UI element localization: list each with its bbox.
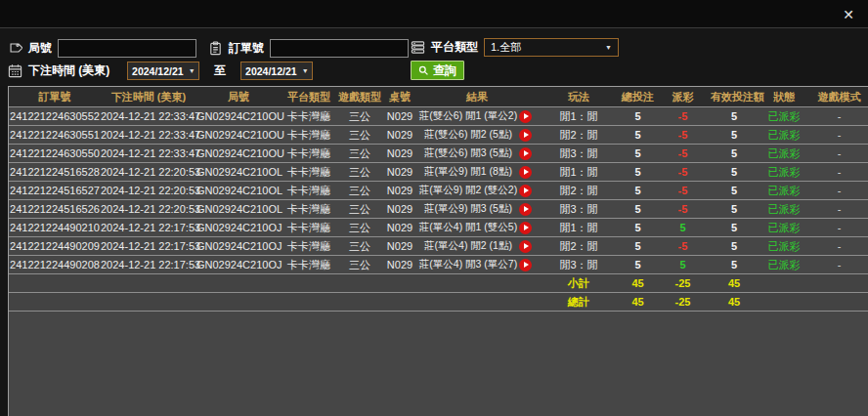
cell-status: 已派彩 bbox=[758, 258, 810, 272]
col-bet-time: 下注時間 (美東) bbox=[101, 90, 196, 104]
cell-payout: -5 bbox=[655, 110, 711, 122]
query-button-label: 查詢 bbox=[433, 62, 456, 79]
cell-payout: -5 bbox=[655, 240, 711, 252]
cell-status: 已派彩 bbox=[758, 221, 810, 235]
round-number-input[interactable] bbox=[58, 39, 196, 58]
col-platform: 平台類型 bbox=[281, 90, 337, 104]
cell-order-id: 241221224516528 bbox=[9, 166, 101, 178]
subtotal-total-bet: 45 bbox=[621, 277, 655, 289]
replay-button[interactable] bbox=[519, 129, 532, 142]
cell-result: 莊(雙公6) 閒1 (單公2) bbox=[417, 107, 537, 125]
cell-platform: 卡卡灣廳 bbox=[281, 165, 337, 180]
order-number-label: 訂單號 bbox=[229, 40, 264, 57]
replay-button[interactable] bbox=[519, 166, 532, 179]
cell-result: 莊(單公9) 閒1 (8點) bbox=[417, 163, 537, 181]
cell-status: 已派彩 bbox=[758, 128, 810, 143]
platform-selected-value: 1.全部 bbox=[491, 40, 521, 55]
close-icon[interactable]: ✕ bbox=[839, 5, 858, 24]
cell-game-mode: - bbox=[810, 166, 868, 178]
round-number-label: 局號 bbox=[28, 40, 52, 57]
cell-status: 已派彩 bbox=[758, 239, 810, 254]
table-row[interactable]: 241221224516528 2024-12-21 22:20:53 GN02… bbox=[9, 163, 868, 182]
cell-game-mode: - bbox=[810, 147, 868, 159]
date-from-select[interactable]: 2024/12/21 ▼ bbox=[127, 62, 199, 80]
col-round-id: 局號 bbox=[196, 90, 281, 104]
cell-order-id: 241221224490209 bbox=[9, 240, 101, 252]
total-valid-bet: 45 bbox=[711, 296, 758, 308]
cell-total-bet: 5 bbox=[621, 240, 655, 252]
col-total-bet: 總投注 bbox=[621, 90, 655, 104]
replay-button[interactable] bbox=[519, 222, 532, 234]
table-row[interactable]: 241221224630551 2024-12-21 22:33:47 GN02… bbox=[9, 126, 868, 145]
cell-result: 莊(單公9) 閒3 (5點) bbox=[417, 200, 537, 218]
replay-button[interactable] bbox=[519, 110, 532, 123]
cell-status: 已派彩 bbox=[758, 146, 810, 161]
cell-bet-time: 2024-12-21 22:20:53 bbox=[101, 203, 196, 215]
title-bar: ✕ bbox=[0, 0, 868, 27]
cell-total-bet: 5 bbox=[621, 110, 655, 122]
result-text: 莊(雙公6) 閒3 (5點) bbox=[417, 146, 519, 160]
subtotal-label: 小計 bbox=[537, 276, 621, 291]
cell-order-id: 241221224630551 bbox=[9, 129, 101, 141]
round-filter-group: 局號 bbox=[8, 39, 196, 58]
replay-button[interactable] bbox=[519, 185, 532, 197]
cell-platform: 卡卡灣廳 bbox=[281, 184, 337, 198]
cell-result: 莊(雙公6) 閒2 (5點) bbox=[417, 126, 537, 144]
total-label: 總計 bbox=[537, 295, 621, 310]
stack-icon bbox=[411, 40, 425, 55]
cell-play-type: 閒2：閒 bbox=[537, 128, 621, 143]
date-to-select[interactable]: 2024/12/21 ▼ bbox=[240, 62, 313, 80]
result-text: 莊(單公9) 閒2 (雙公2) bbox=[417, 184, 519, 197]
cell-bet-time: 2024-12-21 22:33:47 bbox=[101, 110, 196, 122]
cell-table-no: N029 bbox=[382, 203, 417, 215]
replay-button[interactable] bbox=[519, 203, 532, 216]
cell-round-id: GN02924C210OL bbox=[196, 185, 281, 196]
table-header-row: 訂單號 下注時間 (美東) 局號 平台類型 遊戲類型 桌號 結果 玩法 總投注 … bbox=[9, 87, 868, 107]
query-button[interactable]: 查詢 bbox=[411, 61, 464, 80]
cell-order-id: 241221224490208 bbox=[9, 259, 101, 270]
play-icon bbox=[524, 225, 529, 230]
table-row[interactable]: 241221224490209 2024-12-21 22:17:53 GN02… bbox=[9, 237, 868, 256]
replay-button[interactable] bbox=[519, 259, 532, 271]
replay-button[interactable] bbox=[519, 240, 532, 253]
cell-platform: 卡卡灣廳 bbox=[281, 146, 337, 161]
bet-records-dialog: ✕ 局號 訂單號 平台類型 1.全部 ▼ bbox=[0, 0, 868, 416]
cell-order-id: 241221224630550 bbox=[9, 147, 101, 159]
col-payout: 派彩 bbox=[655, 90, 711, 104]
tag-icon bbox=[8, 41, 22, 56]
cell-round-id: GN02924C210OJ bbox=[196, 222, 281, 233]
cell-play-type: 閒1：閒 bbox=[537, 109, 621, 124]
cell-game-mode: - bbox=[810, 110, 868, 122]
platform-type-select[interactable]: 1.全部 ▼ bbox=[484, 38, 619, 57]
table-row[interactable]: 241221224630550 2024-12-21 22:33:47 GN02… bbox=[9, 145, 868, 163]
cell-platform: 卡卡灣廳 bbox=[281, 202, 337, 217]
col-result: 結果 bbox=[417, 90, 537, 104]
play-icon bbox=[524, 150, 529, 156]
table-row[interactable]: 241221224516526 2024-12-21 22:20:53 GN02… bbox=[9, 200, 868, 219]
play-icon bbox=[524, 187, 529, 193]
replay-button[interactable] bbox=[519, 147, 532, 160]
table-row[interactable]: 241221224490208 2024-12-21 22:17:53 GN02… bbox=[9, 256, 868, 274]
cell-order-id: 241221224490210 bbox=[9, 222, 101, 233]
cell-bet-time: 2024-12-21 22:33:47 bbox=[101, 129, 196, 141]
cell-total-bet: 5 bbox=[621, 222, 655, 233]
cell-payout: -5 bbox=[655, 185, 711, 196]
table-row[interactable]: 241221224630552 2024-12-21 22:33:47 GN02… bbox=[9, 107, 868, 126]
table-row[interactable]: 241221224490210 2024-12-21 22:17:53 GN02… bbox=[9, 219, 868, 237]
bet-time-label: 下注時間 (美東) bbox=[28, 62, 109, 79]
table-row[interactable]: 241221224516527 2024-12-21 22:20:53 GN02… bbox=[9, 182, 868, 200]
cell-total-bet: 5 bbox=[621, 185, 655, 196]
subtotal-valid-bet: 45 bbox=[711, 277, 758, 289]
cell-play-type: 閒3：閒 bbox=[537, 202, 621, 217]
calendar-icon bbox=[8, 63, 22, 78]
cell-bet-time: 2024-12-21 22:17:53 bbox=[101, 259, 196, 270]
cell-total-bet: 5 bbox=[621, 259, 655, 270]
date-from-value: 2024/12/21 bbox=[132, 65, 184, 77]
cell-platform: 卡卡灣廳 bbox=[281, 239, 337, 254]
cell-result: 莊(單公4) 閒3 (單公7) bbox=[417, 256, 537, 273]
play-icon bbox=[524, 243, 529, 249]
search-icon bbox=[418, 65, 429, 76]
col-play-type: 玩法 bbox=[537, 90, 621, 104]
order-number-input[interactable] bbox=[270, 39, 409, 58]
cell-table-no: N029 bbox=[382, 129, 417, 141]
